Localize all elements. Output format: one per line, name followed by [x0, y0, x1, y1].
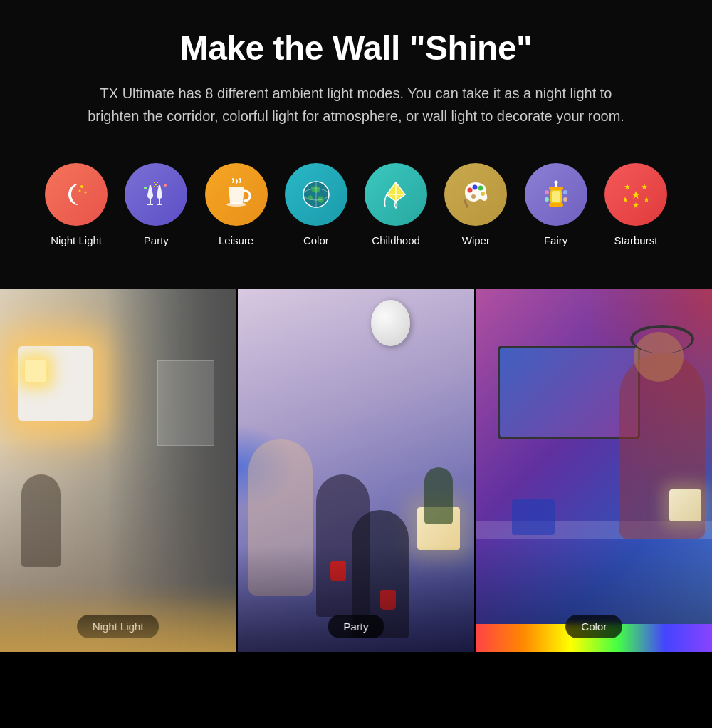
svg-point-3 — [164, 184, 167, 187]
svg-point-22 — [554, 181, 557, 184]
leisure-icon — [219, 177, 254, 212]
svg-point-4 — [144, 187, 147, 189]
color-desk-item — [512, 499, 555, 535]
color-room-bg — [476, 289, 712, 652]
bottom-glow — [0, 581, 236, 652]
night-light-label: Night Light — [51, 234, 102, 246]
wall-light-device — [18, 346, 93, 421]
wiper-label: Wiper — [462, 234, 490, 246]
svg-point-1 — [85, 192, 87, 194]
party-balloon — [371, 300, 410, 346]
icon-item-color[interactable]: Color — [283, 163, 350, 246]
svg-point-0 — [80, 185, 83, 188]
childhood-icon-circle — [365, 163, 427, 226]
night-room-bg — [0, 289, 236, 652]
svg-point-14 — [481, 192, 485, 196]
color-icon — [298, 177, 334, 212]
icon-item-starburst[interactable]: Starburst — [602, 163, 669, 246]
svg-rect-21 — [552, 191, 560, 202]
starburst-icon-circle — [604, 163, 667, 226]
night-light-icon-circle — [45, 163, 108, 226]
party-icon — [138, 177, 174, 212]
starburst-label: Starburst — [614, 234, 657, 246]
fairy-icon-circle — [525, 163, 587, 226]
childhood-icon — [378, 177, 414, 212]
party-room-bg — [238, 289, 473, 652]
color-label: Color — [303, 234, 329, 246]
color-icon-circle — [285, 163, 347, 226]
leisure-label: Leisure — [219, 234, 253, 246]
wall-panel — [157, 360, 214, 446]
svg-point-13 — [478, 186, 483, 191]
svg-point-2 — [79, 190, 81, 192]
svg-point-26 — [563, 197, 567, 202]
photos-section: Night Light Party — [0, 289, 712, 652]
wiper-icon-circle — [444, 163, 507, 226]
night-light-icon — [58, 177, 94, 212]
color-monitor — [498, 346, 640, 439]
color-wall-device — [669, 489, 701, 521]
svg-rect-16 — [464, 199, 468, 208]
monitor-screen — [500, 348, 638, 437]
subtitle: TX Ultimate has 8 different ambient ligh… — [78, 82, 634, 128]
svg-point-15 — [471, 194, 476, 199]
main-title: Make the Wall "Shine" — [43, 28, 669, 68]
leisure-icon-circle — [205, 163, 268, 226]
wiper-icon — [458, 177, 493, 212]
wall-light-inner — [25, 360, 46, 382]
icon-item-wiper[interactable]: Wiper — [442, 163, 509, 246]
photo-label-party: Party — [328, 615, 384, 638]
icon-item-party[interactable]: Party — [122, 163, 189, 246]
photo-label-color: Color — [565, 615, 622, 638]
icon-item-childhood[interactable]: Childhood — [362, 163, 429, 246]
color-headphones — [630, 325, 694, 353]
svg-point-12 — [473, 185, 478, 190]
photo-card-color: Color — [476, 289, 712, 652]
svg-point-25 — [545, 197, 549, 202]
svg-point-11 — [468, 188, 473, 193]
top-section: Make the Wall "Shine" TX Ultimate has 8 … — [0, 0, 712, 289]
icon-item-fairy[interactable]: Fairy — [523, 163, 590, 246]
party-label: Party — [144, 234, 169, 246]
photo-label-night-light: Night Light — [77, 615, 159, 638]
figure-silhouette — [21, 474, 61, 567]
icon-item-night-light[interactable]: Night Light — [43, 163, 110, 246]
svg-point-24 — [563, 190, 567, 194]
starburst-icon — [618, 177, 654, 212]
childhood-label: Childhood — [372, 234, 420, 246]
photo-card-night-light: Night Light — [0, 289, 238, 652]
fairy-label: Fairy — [544, 234, 567, 246]
svg-rect-19 — [549, 203, 563, 207]
fairy-icon — [538, 177, 574, 212]
photo-card-party: Party — [238, 289, 476, 652]
icons-row: Night Light Party — [43, 163, 669, 246]
party-icon-circle — [125, 163, 187, 226]
corridor-depth — [106, 289, 236, 652]
svg-point-5 — [226, 202, 246, 207]
svg-rect-18 — [549, 187, 563, 190]
svg-point-23 — [545, 190, 549, 194]
icon-item-leisure[interactable]: Leisure — [203, 163, 270, 246]
party-plant — [424, 467, 453, 524]
